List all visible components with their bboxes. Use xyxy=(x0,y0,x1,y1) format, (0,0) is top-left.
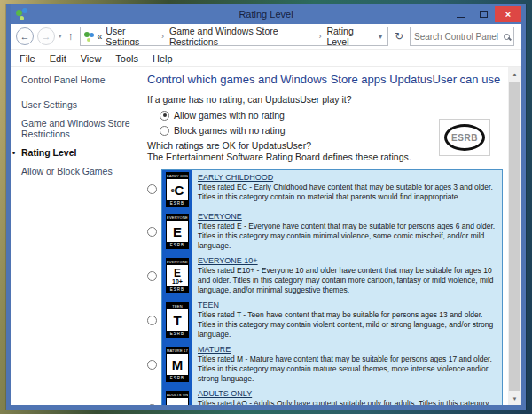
control-panel-icon xyxy=(84,32,94,42)
vertical-scrollbar[interactable]: ▲ ▼ xyxy=(508,67,521,405)
forward-button[interactable]: → xyxy=(37,27,55,45)
menu-help[interactable]: Help xyxy=(153,53,173,64)
main-panel: Control which games and Windows Store ap… xyxy=(140,67,508,405)
rating-row-teen[interactable]: TEEN T ESRB TEEN Titles rated T - Teen h… xyxy=(147,298,503,342)
refresh-button[interactable]: ↻ xyxy=(392,30,406,43)
rating-row-everyone-10[interactable]: EVERYONE 10+ E10+ ESRB EVERYONE 10+ Titl… xyxy=(147,254,503,298)
breadcrumb-separator-icon: › xyxy=(317,32,323,41)
sidebar-item-user-settings[interactable]: User Settings xyxy=(21,99,137,110)
menu-edit[interactable]: Edit xyxy=(50,53,66,64)
esrb-rating-icon-e: EVERYONE E ESRB xyxy=(162,209,192,254)
breadcrumb-item-user-settings[interactable]: User Settings xyxy=(106,27,156,46)
titlebar: Rating Level × xyxy=(11,4,521,24)
control-panel-window: Rating Level × ← → ▾ ↑ « User Settings ›… xyxy=(6,4,526,410)
rating-name-link[interactable]: EARLY CHILDHOOD xyxy=(198,172,497,183)
rating-row-adults-only[interactable]: ADULTS ONLY 18+ Ao ESRB ADULTS ONLY Titl… xyxy=(147,387,503,405)
back-arrow-icon: ← xyxy=(20,31,30,42)
sidebar-item-game-restrictions[interactable]: Game and Windows Store Restrictions xyxy=(21,118,137,139)
sidebar-item-rating-level[interactable]: • Rating Level xyxy=(21,147,137,158)
back-button[interactable]: ← xyxy=(16,27,34,45)
recent-pages-dropdown[interactable]: ▾ xyxy=(59,33,62,40)
scroll-down-icon[interactable]: ▼ xyxy=(508,392,521,405)
rating-name-link[interactable]: TEEN xyxy=(198,300,497,310)
menu-bar: File Edit View Tools Help xyxy=(11,50,521,67)
forward-arrow-icon: → xyxy=(42,31,51,42)
sidebar-item-allow-block-games[interactable]: Allow or Block Games xyxy=(21,166,137,176)
radio-button-icon[interactable] xyxy=(147,271,157,281)
esrb-logo: ESRB xyxy=(439,119,490,156)
up-button[interactable]: ↑ xyxy=(66,30,76,43)
active-bullet-icon: • xyxy=(12,148,15,159)
esrb-oval-icon: ESRB xyxy=(444,124,485,151)
esrb-rating-icon-e10: EVERYONE 10+ E10+ ESRB xyxy=(162,254,192,298)
radio-button-icon[interactable] xyxy=(147,227,157,237)
rating-description: Titles rated T - Teen have content that … xyxy=(198,310,497,340)
esrb-rating-icon-ec: EARLY CHILDHOOD eC ESRB xyxy=(162,170,192,209)
navigation-bar: ← → ▾ ↑ « User Settings › Game and Windo… xyxy=(11,24,521,50)
no-rating-question: If a game has no rating, can UpdatusUser… xyxy=(147,94,503,105)
rating-name-link[interactable]: EVERYONE xyxy=(198,211,497,222)
rating-name-link[interactable]: ADULTS ONLY xyxy=(198,388,497,399)
radio-label: Allow games with no rating xyxy=(174,110,285,121)
rating-name-link[interactable]: MATURE xyxy=(198,344,497,355)
breadcrumb-item-game-restrictions[interactable]: Game and Windows Store Restrictions xyxy=(169,27,313,46)
rating-row-mature[interactable]: MATURE 17+ M ESRB MATURE Titles rated M … xyxy=(147,342,503,387)
radio-button-icon[interactable] xyxy=(147,184,157,194)
address-dropdown-icon[interactable]: ▾ xyxy=(377,33,384,41)
rating-description: Titles rated EC - Early Childhood have c… xyxy=(198,183,497,202)
breadcrumb-prefix: « xyxy=(98,31,103,42)
radio-button-icon[interactable] xyxy=(160,126,169,136)
rating-description: Titles rated M - Mature have content tha… xyxy=(198,355,497,384)
menu-view[interactable]: View xyxy=(81,53,102,64)
search-input[interactable] xyxy=(414,32,504,42)
menu-tools[interactable]: Tools xyxy=(115,53,138,64)
rating-row-everyone[interactable]: EVERYONE E ESRB EVERYONE Titles rated E … xyxy=(147,209,503,254)
rating-description: Titles rated E10+ - Everyone 10 and olde… xyxy=(198,266,497,295)
window-title: Rating Level xyxy=(11,9,521,20)
esrb-rating-icon-t: TEEN T ESRB xyxy=(162,298,192,342)
search-icon[interactable] xyxy=(504,34,510,40)
rating-row-early-childhood[interactable]: EARLY CHILDHOOD eC ESRB EARLY CHILDHOOD … xyxy=(147,169,503,209)
esrb-rating-icon-ao: ADULTS ONLY 18+ Ao ESRB xyxy=(162,387,192,405)
rating-name-link[interactable]: EVERYONE 10+ xyxy=(198,255,497,266)
rating-description: Titles rated E - Everyone have content t… xyxy=(198,222,497,251)
radio-button-icon[interactable] xyxy=(147,404,157,405)
radio-button-icon[interactable] xyxy=(147,360,157,370)
search-box[interactable] xyxy=(410,27,514,46)
radio-button-icon[interactable] xyxy=(160,111,169,121)
scrollbar-thumb[interactable] xyxy=(509,82,520,391)
address-bar[interactable]: « User Settings › Game and Windows Store… xyxy=(80,27,388,46)
breadcrumb-separator-icon: › xyxy=(160,32,166,41)
scroll-up-icon[interactable]: ▲ xyxy=(508,67,521,81)
sidebar-item-control-panel-home[interactable]: Control Panel Home xyxy=(21,74,137,85)
radio-button-icon[interactable] xyxy=(147,316,157,325)
ratings-list: EARLY CHILDHOOD eC ESRB EARLY CHILDHOOD … xyxy=(147,169,503,405)
radio-label: Block games with no rating xyxy=(174,125,285,136)
menu-file[interactable]: File xyxy=(20,53,35,64)
rating-description: Titles rated AO - Adults Only have conte… xyxy=(198,399,497,405)
breadcrumb-item-rating-level[interactable]: Rating Level xyxy=(326,27,373,46)
page-title: Control which games and Windows Store ap… xyxy=(147,73,503,86)
esrb-rating-icon-m: MATURE 17+ M ESRB xyxy=(162,342,192,387)
sidebar: Control Panel Home User Settings Game an… xyxy=(11,67,140,405)
